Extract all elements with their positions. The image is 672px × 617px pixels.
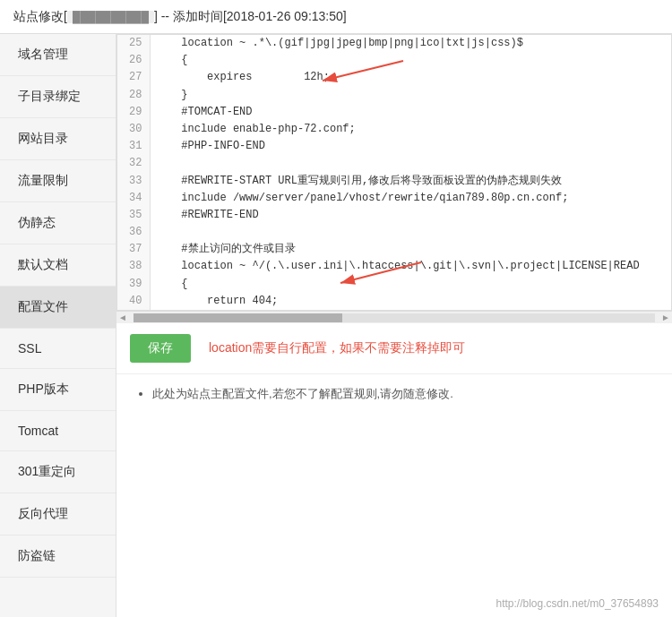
line-content: location ~ .*\.(gif|jpg|jpeg|bmp|png|ico… bbox=[150, 35, 671, 52]
sidebar-item-ssl[interactable]: SSL bbox=[0, 329, 116, 369]
table-row: 30 include enable-php-72.conf; bbox=[117, 121, 671, 138]
line-number: 26 bbox=[117, 52, 150, 69]
notice-item: 此处为站点主配置文件,若您不了解配置规则,请勿随意修改. bbox=[152, 383, 654, 404]
line-number: 28 bbox=[117, 87, 150, 104]
sidebar-item-domain[interactable]: 域名管理 bbox=[0, 34, 116, 76]
line-number: 29 bbox=[117, 104, 150, 121]
sidebar-item-tomcat[interactable]: Tomcat bbox=[0, 411, 116, 451]
line-content: expires 12h; bbox=[150, 69, 671, 86]
line-content: #REWRITE-START URL重写规则引用,修改后将导致面板设置的伪静态规… bbox=[150, 173, 671, 190]
table-row: 34 include /www/server/panel/vhost/rewri… bbox=[117, 190, 671, 207]
code-wrapper: 25 location ~ .*\.(gif|jpg|jpeg|bmp|png|… bbox=[116, 34, 672, 311]
page-header: 站点修改[ ██████████ ] -- 添加时间[2018-01-26 09… bbox=[0, 0, 672, 34]
save-section: 保存 location需要自行配置，如果不需要注释掉即可 bbox=[116, 323, 672, 374]
line-number: 27 bbox=[117, 69, 150, 86]
sidebar-item-hotlink[interactable]: 防盗链 bbox=[0, 536, 116, 578]
code-editor[interactable]: 25 location ~ .*\.(gif|jpg|jpeg|bmp|png|… bbox=[116, 34, 672, 311]
scrollbar-track[interactable] bbox=[134, 313, 655, 322]
header-domain: ██████████ bbox=[67, 11, 154, 23]
line-number: 37 bbox=[117, 241, 150, 258]
sidebar-item-subdir[interactable]: 子目录绑定 bbox=[0, 76, 116, 118]
line-content: include /www/server/panel/vhost/rewrite/… bbox=[150, 190, 671, 207]
line-content: include enable-php-72.conf; bbox=[150, 121, 671, 138]
line-number: 34 bbox=[117, 190, 150, 207]
table-row: 29 #TOMCAT-END bbox=[117, 104, 671, 121]
table-row: 25 location ~ .*\.(gif|jpg|jpeg|bmp|png|… bbox=[117, 35, 671, 52]
sidebar-item-rewrite[interactable]: 伪静态 bbox=[0, 202, 116, 244]
table-row: 35 #REWRITE-END bbox=[117, 207, 671, 224]
line-number: 38 bbox=[117, 258, 150, 275]
notice-list: 此处为站点主配置文件,若您不了解配置规则,请勿随意修改. bbox=[134, 383, 654, 404]
line-content: #禁止访问的文件或目录 bbox=[150, 241, 671, 258]
sidebar-item-default-doc[interactable]: 默认文档 bbox=[0, 244, 116, 287]
table-row: 33 #REWRITE-START URL重写规则引用,修改后将导致面板设置的伪… bbox=[117, 173, 671, 190]
line-number: 25 bbox=[117, 35, 150, 52]
line-content: #PHP-INFO-END bbox=[150, 138, 671, 155]
footer-watermark: http://blog.csdn.net/m0_37654893 bbox=[496, 597, 659, 610]
line-number: 40 bbox=[117, 293, 150, 310]
line-content: return 404; bbox=[150, 293, 671, 310]
sidebar-item-webdir[interactable]: 网站目录 bbox=[0, 118, 116, 160]
table-row: 39 { bbox=[117, 276, 671, 293]
sidebar-item-traffic[interactable]: 流量限制 bbox=[0, 160, 116, 202]
line-content: { bbox=[150, 52, 671, 69]
notice-section: 此处为站点主配置文件,若您不了解配置规则,请勿随意修改. bbox=[116, 374, 672, 413]
line-number: 32 bbox=[117, 155, 150, 172]
line-number: 39 bbox=[117, 276, 150, 293]
table-row: 32 bbox=[117, 155, 671, 172]
line-number: 36 bbox=[117, 224, 150, 241]
table-row: 28 } bbox=[117, 87, 671, 104]
line-content: } bbox=[150, 87, 671, 104]
header-title: 站点修改[ bbox=[13, 9, 67, 25]
line-content: location ~ ^/(.\.user.ini|\.htaccess|\.g… bbox=[150, 258, 671, 275]
line-content: { bbox=[150, 276, 671, 293]
table-row: 36 bbox=[117, 224, 671, 241]
line-content: #REWRITE-END bbox=[150, 207, 671, 224]
table-row: 26 { bbox=[117, 52, 671, 69]
sidebar: 域名管理 子目录绑定 网站目录 流量限制 伪静态 默认文档 配置文件 SSL P… bbox=[0, 34, 116, 617]
line-number: 30 bbox=[117, 121, 150, 138]
sidebar-item-301[interactable]: 301重定向 bbox=[0, 451, 116, 493]
line-number: 31 bbox=[117, 138, 150, 155]
line-content bbox=[150, 224, 671, 241]
horizontal-scrollbar[interactable]: ◄ ► bbox=[116, 311, 672, 323]
save-button[interactable]: 保存 bbox=[130, 334, 191, 363]
sidebar-item-config[interactable]: 配置文件 bbox=[0, 287, 116, 329]
sidebar-item-proxy[interactable]: 反向代理 bbox=[0, 493, 116, 536]
table-row: 40 return 404; bbox=[117, 293, 671, 310]
table-row: 27 expires 12h; bbox=[117, 69, 671, 86]
table-row: 31 #PHP-INFO-END bbox=[117, 138, 671, 155]
scrollbar-thumb[interactable] bbox=[134, 313, 342, 322]
table-row: 38 location ~ ^/(.\.user.ini|\.htaccess|… bbox=[117, 258, 671, 275]
table-row: 37 #禁止访问的文件或目录 bbox=[117, 241, 671, 258]
content-area: 25 location ~ .*\.(gif|jpg|jpeg|bmp|png|… bbox=[116, 34, 672, 617]
sidebar-item-php[interactable]: PHP版本 bbox=[0, 369, 116, 411]
line-content: #TOMCAT-END bbox=[150, 104, 671, 121]
code-table: 25 location ~ .*\.(gif|jpg|jpeg|bmp|png|… bbox=[117, 35, 671, 310]
header-title-suffix: ] -- 添加时间[2018-01-26 09:13:50] bbox=[154, 9, 347, 25]
main-layout: 域名管理 子目录绑定 网站目录 流量限制 伪静态 默认文档 配置文件 SSL P… bbox=[0, 34, 672, 617]
save-hint: location需要自行配置，如果不需要注释掉即可 bbox=[209, 340, 465, 356]
line-number: 35 bbox=[117, 207, 150, 224]
line-number: 33 bbox=[117, 173, 150, 190]
line-content bbox=[150, 155, 671, 172]
